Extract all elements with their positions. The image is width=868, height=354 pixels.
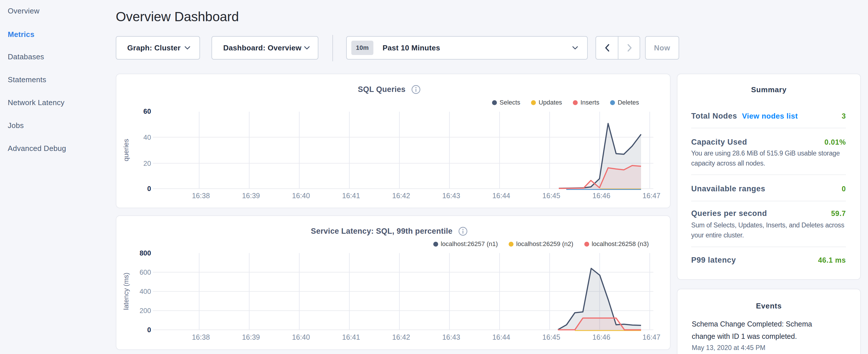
svg-text:16:41: 16:41 bbox=[342, 192, 360, 200]
svg-text:16:42: 16:42 bbox=[392, 192, 410, 200]
svg-text:16:41: 16:41 bbox=[342, 333, 360, 341]
svg-text:16:38: 16:38 bbox=[192, 333, 210, 341]
svg-text:16:42: 16:42 bbox=[392, 333, 410, 341]
svg-text:16:47: 16:47 bbox=[643, 192, 660, 200]
svg-text:60: 60 bbox=[143, 107, 151, 115]
svg-text:16:43: 16:43 bbox=[442, 192, 460, 200]
svg-text:200: 200 bbox=[140, 307, 151, 315]
svg-text:16:46: 16:46 bbox=[592, 333, 610, 341]
svg-text:20: 20 bbox=[143, 160, 151, 167]
svg-text:16:46: 16:46 bbox=[592, 192, 610, 200]
svg-text:40: 40 bbox=[143, 133, 151, 141]
svg-text:16:44: 16:44 bbox=[492, 192, 510, 200]
svg-text:400: 400 bbox=[140, 288, 151, 295]
svg-text:16:39: 16:39 bbox=[242, 192, 260, 200]
svg-text:800: 800 bbox=[140, 249, 151, 257]
svg-text:16:43: 16:43 bbox=[442, 333, 460, 341]
svg-text:16:44: 16:44 bbox=[492, 333, 510, 341]
svg-text:16:47: 16:47 bbox=[643, 333, 660, 341]
svg-text:600: 600 bbox=[140, 268, 151, 276]
svg-text:16:45: 16:45 bbox=[542, 192, 560, 200]
svg-text:16:38: 16:38 bbox=[192, 192, 210, 200]
svg-text:0: 0 bbox=[147, 326, 151, 334]
svg-text:latency (ms): latency (ms) bbox=[122, 273, 130, 310]
svg-text:queries: queries bbox=[122, 139, 130, 162]
svg-text:16:40: 16:40 bbox=[292, 333, 310, 341]
svg-text:16:40: 16:40 bbox=[292, 192, 310, 200]
svg-text:16:39: 16:39 bbox=[242, 333, 260, 341]
svg-text:16:45: 16:45 bbox=[542, 333, 560, 341]
svg-text:0: 0 bbox=[147, 185, 151, 192]
